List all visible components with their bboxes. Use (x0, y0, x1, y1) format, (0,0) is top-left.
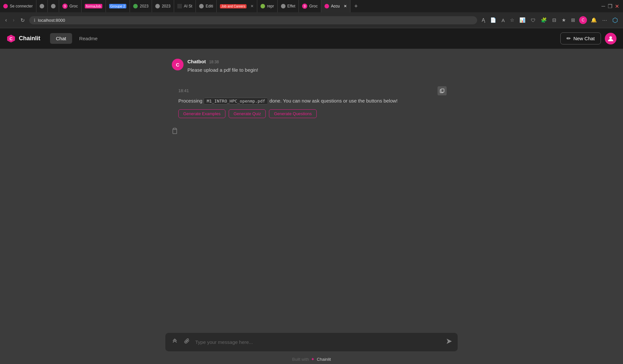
svg-text:C: C (9, 36, 13, 41)
tab-label: AI St (184, 4, 192, 8)
message-container: C Chatbot 18:38 Please upload a pdf file… (165, 59, 458, 136)
tab-label: Groc (70, 4, 78, 8)
input-box (165, 333, 458, 351)
close-button[interactable]: ✕ (614, 2, 620, 11)
new-tab-button[interactable]: + (350, 0, 362, 12)
attach-file-button[interactable] (183, 337, 191, 347)
tab-job-careers[interactable]: Job and Careers ✕ (217, 0, 257, 12)
tab-effet[interactable]: Effet (278, 0, 299, 12)
new-chat-label: New Chat (573, 36, 595, 41)
refresh-button[interactable]: ↻ (19, 16, 26, 25)
copy-icon (440, 89, 444, 93)
tab-chat[interactable]: Chat (50, 33, 72, 44)
generate-examples-button[interactable]: Generate Examples (178, 109, 225, 118)
shield-icon[interactable]: 🛡 (529, 16, 537, 24)
processing-message-block: 18:41 Processing M1_INTRO_HPC_openmp.pdf… (172, 82, 451, 125)
message-text: Please upload a pdf file to begin! (187, 66, 451, 74)
extensions-icon[interactable]: 🧩 (540, 16, 548, 24)
favorites-icon[interactable]: ☆ (509, 16, 515, 24)
tab-groc2[interactable]: 9 Groc (299, 0, 321, 12)
address-bar: ‹ › ↻ ℹ localhost:8000 A̧ 📄 A ☆ 📊 🛡 🧩 ⊟ … (0, 12, 623, 28)
reader-icon[interactable]: 📄 (489, 16, 498, 24)
app: C Chainlit Chat Readme ✏ New Chat (0, 28, 623, 364)
edit-icon: ✏ (566, 35, 571, 42)
filename-badge: M1_INTRO_HPC_openmp.pdf (204, 98, 268, 104)
tab-repr[interactable]: repr (257, 0, 277, 12)
bookmark-icon[interactable]: ★ (560, 16, 567, 24)
tab-label: Groc (309, 4, 318, 8)
bot-message-greeting: C Chatbot 18:38 Please upload a pdf file… (172, 59, 451, 74)
processing-post: done. You can now ask questions or use t… (270, 98, 398, 103)
tab-copy[interactable] (36, 0, 48, 12)
logo: C Chainlit (6, 34, 40, 43)
tab-label: 2023 (140, 4, 148, 8)
chat-input[interactable] (195, 339, 442, 345)
tab-groupe2[interactable]: Groupe 2 (106, 0, 130, 12)
insights-icon[interactable]: 📊 (518, 16, 527, 24)
copy-button[interactable] (438, 86, 447, 95)
browser-actions: A̧ 📄 A ☆ 📊 🛡 🧩 ⊟ ★ ⊞ C 🔔 ⋯ ⬡ (480, 15, 619, 25)
chat-area: C Chatbot 18:38 Please upload a pdf file… (0, 49, 623, 328)
tab-readme[interactable]: Readme (73, 33, 104, 44)
footer-chainlit-icon: ✦ (311, 357, 315, 362)
notification-icon[interactable]: 🔔 (590, 16, 598, 24)
processing-time: 18:41 (178, 88, 445, 93)
tab-label: Se connecter (10, 4, 33, 8)
tab-close-icon[interactable]: ✕ (344, 4, 347, 8)
translate-icon[interactable]: A̧ (480, 16, 486, 24)
input-area (0, 328, 623, 354)
bot-avatar: C (172, 59, 184, 70)
tab-2023b[interactable]: 2023 (152, 0, 174, 12)
footer: Built with ✦ Chainlit (0, 354, 623, 364)
more-icon[interactable]: ⋯ (601, 16, 608, 24)
tab-label: Accu (331, 4, 340, 8)
minimize-button[interactable]: ─ (600, 2, 606, 10)
generate-quiz-button[interactable]: Generate Quiz (229, 109, 266, 118)
user-avatar[interactable] (605, 33, 617, 44)
header: C Chainlit Chat Readme ✏ New Chat (0, 28, 623, 49)
generate-questions-button[interactable]: Generate Questions (269, 109, 316, 118)
profile-icon[interactable]: C (579, 16, 587, 24)
text-size-icon[interactable]: A (500, 16, 506, 24)
action-buttons: Generate Examples Generate Quiz Generate… (178, 109, 445, 118)
copilot-icon[interactable]: ⬡ (611, 15, 619, 25)
tab-groc1[interactable]: 9 Groc (59, 0, 82, 12)
footer-built-with: Built with (292, 357, 309, 362)
forward-button[interactable]: › (11, 16, 16, 24)
new-chat-button[interactable]: ✏ New Chat (560, 32, 601, 44)
svg-rect-4 (441, 89, 444, 92)
sidebar-icon[interactable]: ⊟ (551, 16, 558, 24)
svg-rect-6 (173, 128, 176, 129)
tab-bar: Se connecter 9 Groc formaJob Groupe 2 20… (0, 0, 623, 12)
tab-2023a[interactable]: 2023 (130, 0, 152, 12)
tab-github[interactable]: AI St (174, 0, 196, 12)
tab-memo[interactable] (48, 0, 59, 12)
processing-pre: Processing (178, 98, 202, 103)
nav-tabs: Chat Readme (50, 33, 103, 44)
user-icon (607, 35, 614, 42)
send-button[interactable] (446, 338, 452, 346)
paperclip-icon (184, 338, 190, 345)
clipboard-icon[interactable] (172, 128, 451, 136)
logo-text: Chainlit (19, 35, 40, 42)
tab-edit[interactable]: Editi (196, 0, 217, 12)
back-button[interactable]: ‹ (4, 16, 8, 24)
chevron-up-icon (172, 338, 178, 344)
tab-accu[interactable]: Accu ✕ (321, 0, 350, 12)
tab-label: repr (267, 4, 274, 8)
tab-close-icon[interactable]: ✕ (250, 4, 254, 8)
tab-se-connecter[interactable]: Se connecter (0, 0, 36, 12)
restore-button[interactable]: ❐ (606, 2, 614, 11)
lock-icon: ℹ (34, 18, 35, 23)
browser-chrome: Se connecter 9 Groc formaJob Groupe 2 20… (0, 0, 623, 28)
processing-text: Processing M1_INTRO_HPC_openmp.pdf done.… (178, 97, 445, 105)
send-icon (446, 338, 452, 345)
tab-formajob[interactable]: formaJob (82, 0, 106, 12)
header-actions: ✏ New Chat (560, 32, 617, 44)
collections-icon[interactable]: ⊞ (570, 16, 577, 24)
url-box[interactable]: ℹ localhost:8000 (29, 16, 477, 24)
scroll-up-button[interactable] (171, 337, 179, 347)
tab-label: Effet (287, 4, 295, 8)
svg-point-2 (609, 36, 612, 39)
timestamp: 18:38 (209, 60, 219, 64)
